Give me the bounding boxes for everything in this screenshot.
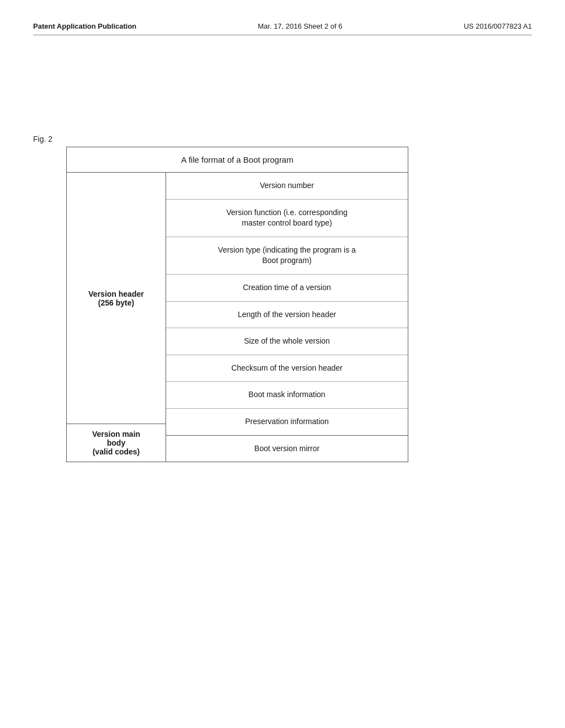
row-size-whole: Size of the whole version xyxy=(166,328,408,355)
table-right-column: Version number Version function (i.e. co… xyxy=(166,173,408,462)
row-boot-mask: Boot mask information xyxy=(166,382,408,409)
row-version-function: Version function (i.e. corresponding mas… xyxy=(166,200,408,237)
row-boot-version-mirror: Boot version mirror xyxy=(166,436,408,462)
row-preservation: Preservation information xyxy=(166,409,408,436)
row-creation-time: Creation time of a version xyxy=(166,275,408,302)
page-header: Patent Application Publication Mar. 17, … xyxy=(33,22,532,35)
header-center: Mar. 17, 2016 Sheet 2 of 6 xyxy=(258,22,342,30)
row-length-header: Length of the version header xyxy=(166,302,408,329)
fig-label: Fig. 2 xyxy=(33,135,532,143)
table-title: A file format of a Boot program xyxy=(67,147,408,173)
page: Patent Application Publication Mar. 17, … xyxy=(0,0,565,728)
file-format-table: A file format of a Boot program Version … xyxy=(66,147,408,462)
header-right: US 2016/0077823 A1 xyxy=(463,22,532,30)
row-version-number: Version number xyxy=(166,173,408,200)
row-checksum: Checksum of the version header xyxy=(166,355,408,382)
row-version-type: Version type (indicating the program is … xyxy=(166,237,408,275)
table-body: Version header (256 byte) Version main b… xyxy=(67,173,408,462)
version-main-body-cell: Version main body (valid codes) xyxy=(67,424,166,462)
version-header-cell: Version header (256 byte) xyxy=(67,173,166,424)
header-left: Patent Application Publication xyxy=(33,22,136,30)
table-left-column: Version header (256 byte) Version main b… xyxy=(67,173,166,462)
